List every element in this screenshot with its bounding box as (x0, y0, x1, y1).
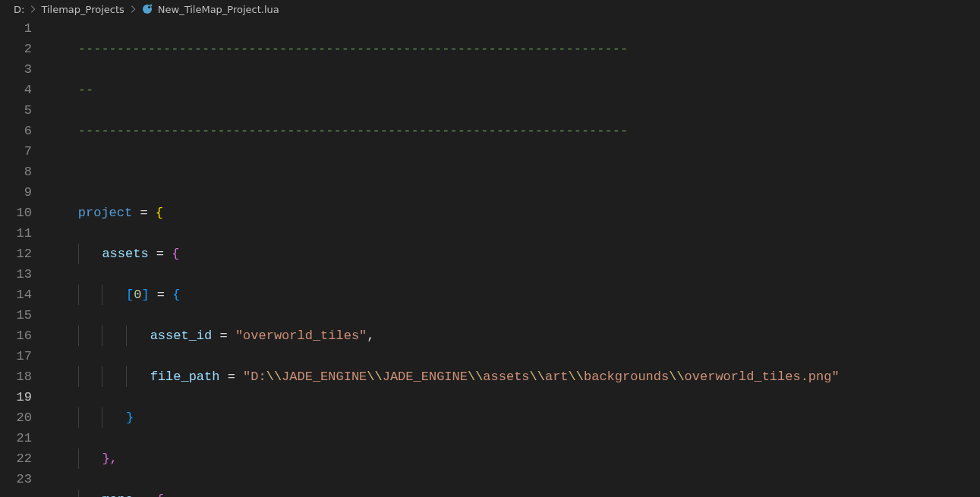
escape-seq: \\ (569, 370, 584, 384)
line-number: 6 (9, 121, 32, 141)
brace: { (156, 492, 164, 497)
string-quote: " (831, 370, 839, 384)
escape-seq: \\ (468, 370, 483, 384)
line-number: 5 (9, 100, 32, 121)
operator: = (149, 247, 172, 261)
string: overworld_tiles.png (685, 370, 832, 384)
line-number: 8 (9, 162, 32, 182)
breadcrumb-seg-drive[interactable]: D: (14, 4, 24, 15)
string: backgrounds (584, 370, 669, 384)
line-number: 19 (9, 387, 32, 407)
line-number: 3 (9, 59, 32, 80)
keyword: project (78, 206, 132, 220)
operator: = (132, 206, 156, 220)
code-line[interactable]: assets = { (47, 244, 980, 264)
line-number: 7 (9, 141, 32, 162)
code-line[interactable]: file_path = "D:\\JADE_ENGINE\\JADE_ENGIN… (47, 366, 980, 387)
brace: { (172, 247, 179, 261)
comment-text: ----------------------------------------… (78, 42, 628, 56)
line-number: 16 (9, 326, 32, 346)
line-number-gutter: 1 2 3 4 5 6 7 8 9 10 11 12 13 14 15 16 1… (0, 18, 47, 497)
escape-seq: \\ (367, 370, 382, 384)
breadcrumb-seg-folder[interactable]: Tilemap_Projects (41, 4, 124, 15)
code-line[interactable] (47, 162, 980, 182)
field: file_path (150, 370, 220, 384)
line-number: 4 (9, 80, 32, 100)
escape-seq: \\ (266, 370, 282, 384)
code-line[interactable]: asset_id = "overworld_tiles", (47, 326, 980, 346)
lua-file-icon (141, 3, 153, 15)
string: JADE_ENGINE (282, 370, 367, 384)
code-line[interactable]: -- (47, 80, 980, 100)
bracket: [ (126, 288, 134, 302)
chevron-right-icon (27, 4, 38, 14)
string: JADE_ENGINE (383, 370, 468, 384)
escape-seq: \\ (669, 370, 684, 384)
brace: { (156, 206, 163, 220)
field: asset_id (150, 329, 213, 343)
operator: = (212, 329, 235, 343)
code-line[interactable]: ----------------------------------------… (47, 121, 980, 141)
comment-text: -- (78, 83, 93, 97)
line-number: 21 (9, 428, 32, 448)
line-number: 9 (9, 182, 32, 203)
field: assets (102, 247, 148, 261)
bracket: ] (141, 288, 149, 302)
line-number: 23 (9, 469, 32, 489)
svg-point-2 (150, 5, 152, 7)
code-content[interactable]: ----------------------------------------… (47, 18, 980, 497)
code-line[interactable]: } (47, 407, 980, 428)
line-number: 13 (9, 264, 32, 285)
code-line[interactable]: maps = { (47, 489, 980, 497)
breadcrumb-seg-file[interactable]: New_TileMap_Project.lua (158, 4, 279, 15)
line-number: 11 (9, 223, 32, 244)
string: D: (251, 370, 266, 384)
operator: = (133, 492, 156, 497)
line-number: 15 (9, 305, 32, 326)
escape-seq: \\ (530, 370, 545, 384)
line-number: 22 (9, 448, 32, 469)
operator: = (219, 370, 243, 384)
line-number: 14 (9, 285, 32, 305)
svg-point-1 (148, 6, 150, 8)
code-line[interactable]: [0] = { (47, 285, 980, 305)
line-number: 1 (9, 18, 32, 39)
brace: { (172, 288, 180, 302)
code-line[interactable]: ----------------------------------------… (47, 39, 980, 59)
string: "overworld_tiles" (235, 329, 367, 343)
comma: , (367, 329, 374, 343)
line-number: 12 (9, 244, 32, 264)
string: art (545, 370, 569, 384)
line-number: 17 (9, 346, 32, 366)
comment-text: ----------------------------------------… (78, 124, 628, 138)
chevron-right-icon (128, 4, 138, 14)
number: 0 (134, 288, 141, 302)
brace: }, (102, 451, 117, 466)
line-number: 20 (9, 407, 32, 428)
code-editor[interactable]: 1 2 3 4 5 6 7 8 9 10 11 12 13 14 15 16 1… (0, 18, 980, 497)
code-line[interactable]: project = { (47, 203, 980, 223)
string-quote: " (243, 370, 251, 384)
code-line[interactable]: }, (47, 448, 980, 469)
brace: } (126, 410, 134, 425)
field: maps (102, 492, 133, 497)
line-number: 18 (9, 366, 32, 387)
string: assets (483, 370, 529, 384)
breadcrumb[interactable]: D: Tilemap_Projects New_TileMap_Project.… (0, 0, 980, 18)
operator: = (150, 288, 173, 302)
line-number: 2 (9, 39, 32, 59)
line-number: 10 (9, 203, 32, 223)
